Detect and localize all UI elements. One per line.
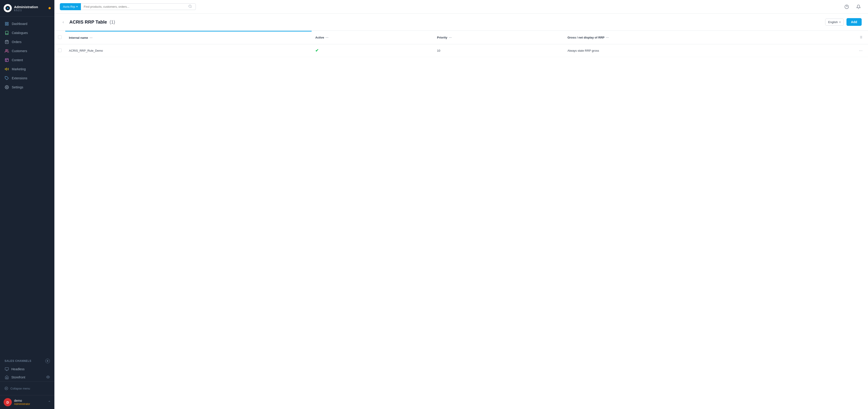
sidebar-bottom: Collapse menu [0, 381, 54, 395]
svg-marker-8 [5, 68, 7, 70]
th-active: Active ⋯ [312, 31, 433, 44]
sidebar-item-extensions[interactable]: Extensions [0, 74, 54, 83]
sidebar-item-label: Marketing [12, 67, 26, 71]
th-gross-net-menu[interactable]: ⋯ [606, 36, 609, 39]
th-internal-name: Internal name ⋯ [65, 31, 312, 44]
storefront-label: Storefront [11, 375, 44, 379]
language-chevron-icon: ▾ [839, 21, 841, 24]
sidebar-item-label: Customers [12, 49, 27, 53]
sidebar-item-content[interactable]: Content [0, 56, 54, 65]
app-version: 6.5.2.1 [14, 9, 46, 11]
user-role: Administrator [14, 402, 45, 406]
headless-icon [4, 367, 9, 371]
back-button[interactable]: ‹ [61, 19, 66, 25]
search-scope-chevron-icon: ▾ [76, 5, 78, 8]
topbar-actions [843, 3, 863, 11]
settings-icon [4, 85, 9, 90]
collapse-menu-button[interactable]: Collapse menu [0, 384, 54, 392]
language-label: English [828, 21, 838, 24]
user-menu-chevron-icon: ⌃ [48, 400, 51, 405]
th-priority-menu[interactable]: ⋯ [449, 36, 452, 39]
add-button[interactable]: Add [846, 18, 862, 26]
search-scope-button[interactable]: Acris Rrp ▾ [60, 3, 81, 10]
app-info: Administration 6.5.2.1 [14, 5, 46, 11]
dashboard-icon [4, 22, 9, 26]
search-input-wrapper [81, 3, 196, 10]
add-sales-channel-button[interactable]: + [45, 359, 50, 363]
app-name: Administration [14, 5, 46, 9]
sidebar-item-settings[interactable]: Settings [0, 83, 54, 92]
svg-rect-2 [7, 22, 8, 23]
avatar: D [4, 398, 12, 406]
storefront-icon [4, 375, 9, 380]
svg-rect-1 [5, 22, 6, 23]
td-row-actions: ⋯ [854, 44, 868, 57]
rrp-table: Internal name ⋯ Active ⋯ [54, 31, 868, 57]
storefront-eye-icon[interactable] [46, 375, 50, 380]
table-row: ACRIS_RRP_Rule_Demo ✔ 10 Always state RR… [54, 44, 868, 57]
marketing-icon [4, 67, 9, 71]
main-nav: Dashboard Catalogues Orders Customers [0, 17, 54, 355]
page-header: ‹ ACRIS RRP Table (1) English ▾ Add [54, 13, 868, 31]
sidebar-item-headless[interactable]: Headless [0, 365, 54, 373]
sidebar-item-dashboard[interactable]: Dashboard [0, 19, 54, 28]
td-internal-name: ACRIS_RRP_Rule_Demo [65, 44, 312, 57]
sales-channels-label: Sales Channels [4, 359, 31, 363]
sidebar-item-catalogues[interactable]: Catalogues [0, 28, 54, 37]
user-name: demo [14, 399, 45, 402]
main-area: Acris Rrp ▾ ‹ ACRIS RRP Table [54, 0, 868, 409]
svg-point-14 [48, 377, 49, 378]
page-header-actions: English ▾ Add [825, 18, 862, 26]
sidebar-item-label: Extensions [12, 76, 27, 80]
page-content: ‹ ACRIS RRP Table (1) English ▾ Add [54, 13, 868, 409]
search-submit-button[interactable] [187, 4, 193, 10]
table-container: Internal name ⋯ Active ⋯ [54, 31, 868, 57]
status-indicator [49, 7, 51, 9]
search-input[interactable] [84, 5, 187, 8]
active-checkmark-icon: ✔ [315, 48, 319, 53]
svg-rect-11 [5, 368, 9, 370]
headless-label: Headless [11, 367, 50, 371]
language-selector[interactable]: English ▾ [825, 19, 844, 26]
th-select-all [54, 31, 65, 44]
row-checkbox[interactable] [58, 49, 62, 52]
notifications-button[interactable] [855, 3, 863, 11]
svg-point-6 [6, 50, 7, 51]
th-priority: Priority ⋯ [433, 31, 564, 44]
sidebar-item-label: Content [12, 58, 23, 62]
select-all-checkbox[interactable] [58, 35, 62, 39]
search-scope-label: Acris Rrp [63, 5, 75, 8]
user-info: demo Administrator [14, 399, 45, 406]
td-checkbox [54, 44, 65, 57]
help-button[interactable] [843, 3, 851, 11]
table-body: ACRIS_RRP_Rule_Demo ✔ 10 Always state RR… [54, 44, 868, 57]
user-profile[interactable]: D demo Administrator ⌃ [0, 395, 54, 409]
row-context-menu-button[interactable]: ⋯ [857, 48, 864, 54]
sidebar-item-label: Settings [12, 86, 23, 89]
sidebar-item-customers[interactable]: Customers [0, 46, 54, 56]
sales-channels-section: Sales Channels + [0, 355, 54, 365]
sidebar-item-marketing[interactable]: Marketing [0, 65, 54, 74]
sidebar: Administration 6.5.2.1 Dashboard Catalog… [0, 0, 54, 409]
sidebar-header: Administration 6.5.2.1 [0, 0, 54, 17]
catalogue-icon [4, 31, 9, 35]
td-gross-net: Always state RRP gross [564, 44, 854, 57]
th-active-menu[interactable]: ⋯ [326, 36, 329, 39]
extensions-icon [4, 76, 9, 81]
customers-icon [4, 49, 9, 53]
page-title: ACRIS RRP Table (1) [69, 20, 822, 25]
topbar: Acris Rrp ▾ [54, 0, 868, 13]
column-settings-button[interactable] [857, 34, 864, 41]
orders-icon [4, 40, 9, 44]
td-active: ✔ [312, 44, 433, 57]
svg-rect-4 [7, 24, 8, 25]
search-container: Acris Rrp ▾ [60, 3, 196, 10]
svg-rect-3 [5, 24, 6, 25]
th-internal-name-menu[interactable]: ⋯ [90, 36, 92, 39]
th-gross-net: Gross / net display of RRP ⋯ [564, 31, 854, 44]
sidebar-item-orders[interactable]: Orders [0, 37, 54, 46]
sidebar-item-label: Orders [12, 40, 22, 44]
sidebar-item-storefront[interactable]: Storefront [0, 373, 54, 381]
sidebar-item-label: Dashboard [12, 22, 27, 26]
svg-point-10 [6, 87, 7, 88]
